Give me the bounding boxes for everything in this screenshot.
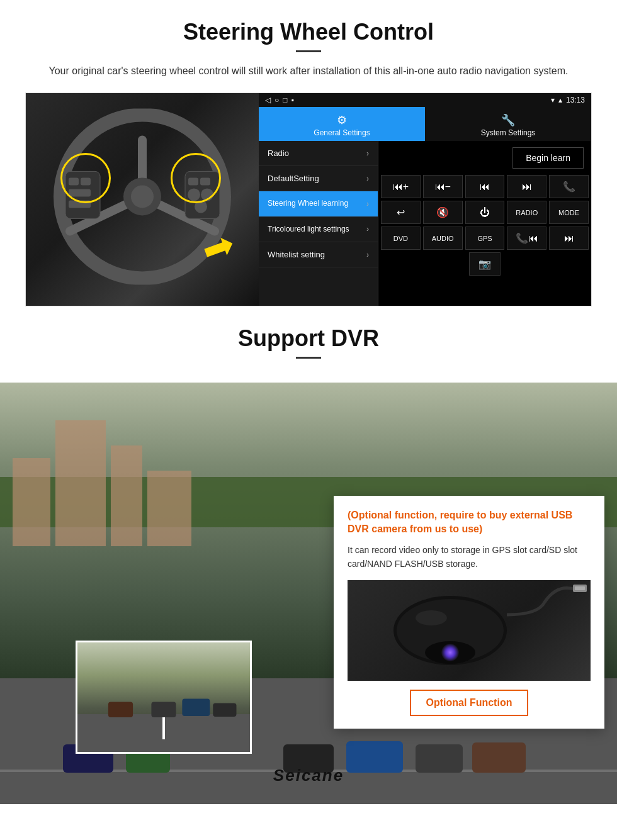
seicane-branding: Seicane <box>273 766 344 785</box>
android-panel: ◁ ○ □ ▪ ▾ ▴ 13:13 ⚙ General Settings 🔧 S… <box>259 93 591 306</box>
menu-item-steering-label: Steering Wheel learning <box>268 199 348 209</box>
begin-learn-row: Begin learn <box>381 143 589 172</box>
right-highlight-circle <box>171 153 221 203</box>
system-settings-icon: 🔧 <box>501 113 515 127</box>
steering-subtitle: Your original car's steering wheel contr… <box>38 64 579 79</box>
back-nav-icon[interactable]: ◁ <box>265 96 271 104</box>
gps-button[interactable]: GPS <box>465 227 505 250</box>
record-icon: ▪ <box>292 96 294 104</box>
dvr-icon-button[interactable]: 📷 <box>469 252 501 276</box>
menu-item-whitelist[interactable]: Whitelist setting › <box>259 242 378 267</box>
tab-system-settings[interactable]: 🔧 System Settings <box>425 107 591 141</box>
mode-button[interactable]: MODE <box>549 201 589 224</box>
recent-nav-icon[interactable]: □ <box>283 96 287 104</box>
dvr-title: Support DVR <box>0 325 617 352</box>
next-track-button[interactable]: ⏭ <box>507 175 546 198</box>
hang-up-button[interactable]: ↩ <box>381 201 421 224</box>
dvr-optional-text: (Optional function, require to buy exter… <box>348 508 591 537</box>
tab-general-settings[interactable]: ⚙ General Settings <box>259 107 425 141</box>
chevron-icon-5: › <box>366 250 369 259</box>
vol-down-button[interactable]: ⏮− <box>423 175 463 198</box>
svg-rect-20 <box>346 741 403 773</box>
bg-building-2 <box>55 420 106 546</box>
settings-gear-icon: ⚙ <box>337 113 347 127</box>
steering-title: Steering Wheel Control <box>25 19 592 45</box>
dvr-info-card: (Optional function, require to buy exter… <box>334 496 604 729</box>
steering-photo: ➡ <box>26 93 259 306</box>
menu-item-default-setting[interactable]: DefaultSetting › <box>259 166 378 191</box>
menu-item-tricoloured-label: Tricoloured light settings <box>268 225 349 235</box>
button-grid: Begin learn ⏮+ ⏮− ⏮ ⏭ 📞 ↩ 🔇 ⏻ <box>378 141 591 306</box>
android-tabs: ⚙ General Settings 🔧 System Settings <box>259 107 591 141</box>
menu-item-whitelist-label: Whitelist setting <box>268 250 325 259</box>
svg-rect-27 <box>213 703 236 717</box>
dvr-camera-illustration <box>348 580 591 681</box>
wifi-icon: ▴ <box>558 96 562 104</box>
begin-learn-button[interactable]: Begin learn <box>512 147 584 169</box>
svg-rect-25 <box>151 702 176 717</box>
android-statusbar: ◁ ○ □ ▪ ▾ ▴ 13:13 <box>259 93 591 107</box>
bg-buildings <box>13 420 191 546</box>
dvr-title-area: Support DVR <box>0 306 617 383</box>
phone-prev-button[interactable]: 📞⏮ <box>507 227 546 250</box>
radio-button[interactable]: RADIO <box>507 201 546 224</box>
menu-item-default-label: DefaultSetting <box>268 174 319 183</box>
prev-track-button[interactable]: ⏮ <box>465 175 505 198</box>
power-button[interactable]: ⏻ <box>465 201 505 224</box>
chevron-icon-3: › <box>366 199 369 208</box>
thumb-cars-svg <box>77 689 250 739</box>
title-divider <box>296 50 321 52</box>
dvr-camera-svg <box>349 583 589 678</box>
chevron-icon-4: › <box>366 225 369 233</box>
dvr-title-divider <box>296 357 321 359</box>
dvr-thumbnail <box>76 641 252 754</box>
signal-icon: ▾ <box>551 96 555 104</box>
svg-rect-22 <box>472 742 526 773</box>
status-time: 13:13 <box>566 96 585 104</box>
svg-rect-26 <box>182 699 210 716</box>
home-nav-icon[interactable]: ○ <box>275 96 279 104</box>
tab-system-label: System Settings <box>481 128 536 137</box>
bg-building-1 <box>13 458 50 546</box>
svg-rect-34 <box>575 586 585 590</box>
svg-rect-28 <box>108 702 133 717</box>
optional-function-button[interactable]: Optional Function <box>410 690 529 716</box>
chevron-icon-2: › <box>366 174 369 183</box>
dvr-section: Support DVR <box>0 306 617 810</box>
next-combo-button[interactable]: ⏭ <box>549 227 589 250</box>
steering-demo: ➡ ◁ ○ □ ▪ ▾ ▴ 13:13 ⚙ General Settings <box>25 92 592 306</box>
steering-section: Steering Wheel Control Your original car… <box>0 0 617 306</box>
chevron-icon: › <box>366 149 369 158</box>
svg-point-5 <box>131 185 154 208</box>
menu-item-radio-label: Radio <box>268 148 289 158</box>
dvr-background: Seicane (Optional function, require to b… <box>0 383 617 804</box>
menu-area: Radio › DefaultSetting › Steering Wheel … <box>259 141 591 306</box>
button-row-3: DVD AUDIO GPS 📞⏮ ⏭ <box>381 227 589 250</box>
vol-up-button[interactable]: ⏮+ <box>381 175 421 198</box>
button-row-2: ↩ 🔇 ⏻ RADIO MODE <box>381 201 589 224</box>
button-row-4: 📷 <box>381 252 589 276</box>
menu-item-steering-learning[interactable]: Steering Wheel learning › <box>259 191 378 217</box>
audio-button[interactable]: AUDIO <box>423 227 463 250</box>
menu-item-tricoloured[interactable]: Tricoloured light settings › <box>259 217 378 243</box>
bg-building-4 <box>147 471 191 546</box>
tab-general-label: General Settings <box>314 128 370 137</box>
mute-button[interactable]: 🔇 <box>423 201 463 224</box>
menu-item-radio[interactable]: Radio › <box>259 141 378 166</box>
phone-button[interactable]: 📞 <box>549 175 589 198</box>
menu-list: Radio › DefaultSetting › Steering Wheel … <box>259 141 378 306</box>
left-highlight-circle <box>60 153 111 203</box>
svg-rect-21 <box>416 744 463 773</box>
button-row-1: ⏮+ ⏮− ⏮ ⏭ 📞 <box>381 175 589 198</box>
dvd-button[interactable]: DVD <box>381 227 421 250</box>
svg-point-35 <box>416 610 447 625</box>
svg-point-32 <box>441 644 459 661</box>
bg-building-3 <box>111 445 142 546</box>
dvr-description: It can record video only to storage in G… <box>348 543 591 571</box>
